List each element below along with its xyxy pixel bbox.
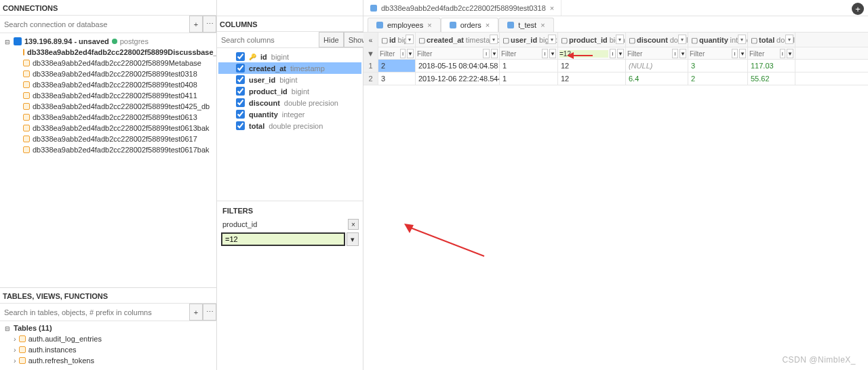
column-checkbox[interactable] (236, 75, 245, 84)
table-tab[interactable]: employees× (368, 18, 441, 32)
filter-funnel-button[interactable]: ▼ (407, 49, 414, 58)
column-filter-input[interactable] (417, 50, 481, 58)
database-node[interactable]: db338ea9abb2ed4fadb2cc228002f58899test06… (23, 133, 216, 144)
filter-funnel-button[interactable]: ▼ (787, 49, 793, 58)
database-node[interactable]: db338ea9abb2ed4fadb2cc228002f58899test04… (23, 101, 216, 112)
column-item[interactable]: user_id bigint (218, 74, 361, 85)
add-table-button[interactable]: + (189, 304, 203, 321)
filter-case-button[interactable]: I (610, 49, 616, 58)
cell[interactable]: 2 (378, 60, 416, 72)
filter-case-button[interactable]: I (672, 49, 678, 58)
column-header[interactable]: ▢discount double▾ (626, 33, 688, 47)
database-node[interactable]: db338ea9abb2ed4fadb2cc228002f58899Metaba… (23, 58, 216, 68)
filter-funnel-button[interactable]: ▼ (549, 49, 556, 58)
column-menu-button[interactable]: ▾ (738, 35, 746, 44)
column-checkbox[interactable] (236, 87, 245, 96)
expand-icon[interactable] (14, 335, 16, 343)
cell[interactable]: 1 (500, 60, 558, 72)
column-header[interactable]: ▢created_at timestamp▾ (416, 33, 500, 47)
cell[interactable]: 12 (558, 60, 626, 72)
tables-menu-button[interactable]: ⋯ (203, 304, 216, 321)
filter-case-button[interactable]: I (780, 49, 786, 58)
columns-search-input[interactable] (217, 32, 319, 47)
column-header[interactable]: ▢user_id bigint▾ (500, 33, 558, 47)
column-item[interactable]: quantity integer (218, 108, 361, 120)
cell[interactable]: (NULL) (626, 60, 688, 72)
tables-search-input[interactable] (0, 304, 189, 321)
expand-icon[interactable] (14, 356, 16, 365)
expand-icon[interactable] (14, 346, 16, 354)
database-node[interactable]: db338ea9abb2ed4fadb2cc228002f58899test04… (23, 90, 216, 101)
cell[interactable]: 1 (500, 73, 558, 85)
column-checkbox[interactable] (236, 52, 245, 61)
column-checkbox[interactable] (236, 110, 245, 119)
table-node[interactable]: auth.instances (14, 344, 216, 355)
hide-columns-button[interactable]: Hide (319, 32, 344, 47)
table-node[interactable]: auth.audit_log_entries (14, 333, 216, 344)
tables-root[interactable]: Tables (11) (4, 323, 216, 333)
collapse-icon[interactable] (4, 37, 11, 45)
column-filter-input[interactable] (380, 50, 399, 58)
column-item[interactable]: 🔑id bigint (218, 51, 361, 62)
collapse-icon[interactable] (4, 324, 11, 332)
add-connection-button[interactable]: + (189, 16, 203, 33)
column-menu-button[interactable]: ▾ (548, 35, 556, 44)
filter-case-button[interactable]: I (400, 49, 406, 58)
column-item[interactable]: product_id bigint (218, 85, 361, 97)
filter-funnel-button[interactable]: ▼ (679, 49, 686, 58)
cell[interactable]: 12 (558, 73, 626, 85)
column-filter-input[interactable] (690, 50, 730, 58)
filter-case-button[interactable]: I (542, 49, 548, 58)
column-header[interactable]: ▢total doubl▾ (748, 33, 795, 47)
column-filter-input[interactable] (559, 50, 608, 58)
database-node[interactable]: db338ea9abb2ed4fadb2cc228002f58899test06… (23, 144, 216, 155)
filter-funnel-button[interactable]: ▼ (617, 49, 624, 58)
cell[interactable]: 6.4 (626, 73, 688, 85)
close-tab-button[interactable]: × (427, 21, 431, 29)
database-node[interactable]: db338ea9abb2ed4fadb2cc228002f58899test03… (23, 68, 216, 79)
table-row[interactable]: 122018-05-15 08:04:04.58112(NULL)3117.03 (363, 60, 868, 73)
table-tab[interactable]: t_test× (498, 18, 553, 32)
add-tab-button[interactable]: + (852, 3, 864, 15)
table-node[interactable]: auth.refresh_tokens (14, 355, 216, 366)
column-menu-button[interactable]: ▾ (678, 35, 686, 44)
column-item[interactable]: total double precision (218, 120, 361, 131)
filter-funnel-button[interactable]: ▼ (739, 49, 746, 58)
filter-case-button[interactable]: I (483, 49, 490, 58)
column-item[interactable]: discount double precision (218, 97, 361, 108)
cell[interactable]: 55.62 (748, 73, 795, 85)
database-node[interactable]: db338ea9abb2ed4fadb2cc228002f58899test06… (23, 112, 216, 123)
close-tab-button[interactable]: × (540, 21, 545, 29)
close-tab-button[interactable]: × (486, 21, 490, 29)
close-tab-button[interactable]: × (550, 4, 554, 12)
column-filter-input[interactable] (627, 50, 671, 58)
collapse-grid-button[interactable]: « (363, 33, 378, 47)
column-header[interactable]: ▢product_id bigint▾ (558, 33, 626, 47)
database-node[interactable]: db338ea9abb2ed4fadb2cc228002f58899test06… (23, 123, 216, 133)
filter-case-button[interactable]: I (732, 49, 738, 58)
filter-funnel-button[interactable]: ▼ (491, 49, 498, 58)
column-filter-input[interactable] (501, 50, 540, 58)
table-tab[interactable]: orders× (441, 18, 499, 32)
cell[interactable]: 117.03 (748, 60, 795, 72)
filter-value-input[interactable] (221, 232, 345, 246)
column-menu-button[interactable]: ▾ (616, 35, 624, 44)
cell[interactable]: 2018-05-15 08:04:04.58 (416, 60, 500, 72)
cell[interactable]: 2019-12-06 22:22:48.544 (416, 73, 500, 85)
connections-search-input[interactable] (0, 16, 189, 33)
column-checkbox[interactable] (236, 64, 245, 73)
column-menu-button[interactable]: ▾ (785, 35, 793, 44)
column-header[interactable]: ▢quantity integer▾ (688, 33, 748, 47)
filter-funnel-icon[interactable]: ▼ (363, 47, 378, 60)
column-checkbox[interactable] (236, 121, 245, 130)
cell[interactable]: 2 (688, 73, 748, 85)
column-header[interactable]: ▢id big▾ (378, 33, 416, 47)
database-node[interactable]: db338ea9abb2ed4fadb2cc228002f58899test04… (23, 79, 216, 90)
column-filter-input[interactable] (749, 50, 778, 58)
editor-tab[interactable]: db338ea9abb2ed4fadb2cc228002f58899test03… (363, 0, 561, 16)
database-node[interactable]: db338ea9abb2ed4fadb2cc228002f58899Discus… (23, 47, 216, 58)
column-menu-button[interactable]: ▾ (490, 35, 498, 44)
connections-menu-button[interactable]: ⋯ (203, 16, 216, 33)
apply-filter-button[interactable]: ▾ (347, 232, 359, 246)
column-checkbox[interactable] (236, 98, 245, 107)
